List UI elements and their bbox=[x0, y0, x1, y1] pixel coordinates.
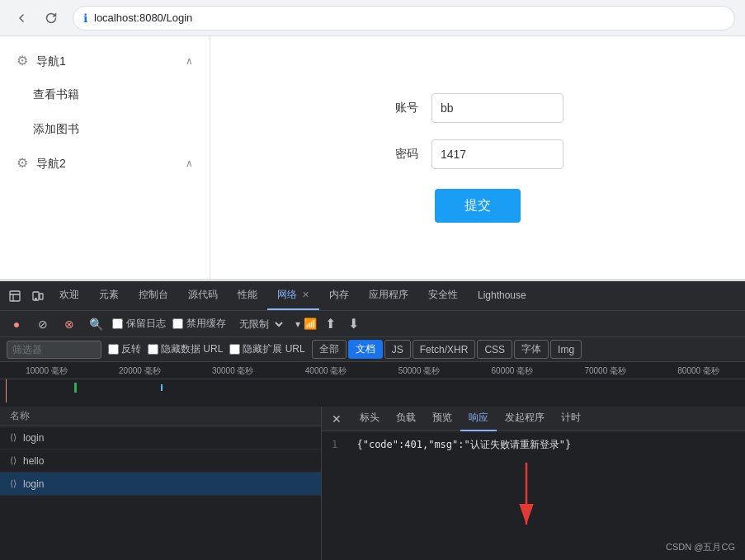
disable-cache-checkbox[interactable]: 禁用缓存 bbox=[172, 317, 226, 331]
timeline-label-3: 30000 毫秒 bbox=[186, 365, 280, 377]
tab-sources[interactable]: 源代码 bbox=[178, 281, 228, 310]
tab-elements[interactable]: 元素 bbox=[89, 281, 129, 310]
timeline-labels: 10000 毫秒 20000 毫秒 30000 毫秒 40000 毫秒 5000… bbox=[0, 362, 745, 379]
record-icon[interactable]: ● bbox=[7, 314, 26, 334]
svg-rect-2 bbox=[10, 291, 20, 301]
address-text: localhost:8080/Login bbox=[94, 12, 192, 24]
main-content: ⚙ 导航1 ∧ 查看书籍 添加图书 ⚙ 导航2 ∧ 账号 密码 提交 bbox=[0, 36, 745, 280]
timeline-label-5: 50000 毫秒 bbox=[373, 365, 466, 377]
svg-point-5 bbox=[35, 298, 37, 299]
filter-doc-btn[interactable]: 文档 bbox=[348, 340, 383, 359]
request-tab-initiator[interactable]: 发起程序 bbox=[497, 407, 553, 431]
timeline-bars bbox=[0, 379, 745, 402]
clear-icon[interactable]: ⊘ bbox=[33, 314, 53, 334]
network-item-hello[interactable]: ⟨⟩ hello bbox=[0, 449, 321, 473]
hide-data-url-check[interactable] bbox=[148, 344, 158, 355]
sidebar-nav1-header[interactable]: ⚙ 导航1 ∧ bbox=[0, 45, 210, 78]
network-item-icon-3: ⟨⟩ bbox=[10, 478, 17, 489]
devtools-inspect-icon[interactable] bbox=[3, 285, 26, 308]
back-button[interactable] bbox=[10, 7, 33, 30]
devtools-device-icon[interactable] bbox=[26, 285, 50, 308]
hide-extension-url-check[interactable] bbox=[229, 344, 240, 355]
browser-chrome: ℹ localhost:8080/Login bbox=[0, 0, 745, 36]
nav-buttons bbox=[10, 7, 63, 30]
filter-input[interactable] bbox=[7, 341, 101, 359]
disable-cache-check[interactable] bbox=[172, 318, 183, 329]
line-number: 1 bbox=[332, 439, 337, 450]
devtools-body: 名称 ⟨⟩ login ⟨⟩ hello ⟨⟩ login ✕ 标头 bbox=[0, 407, 745, 560]
filter-type-group: 全部 文档 JS Fetch/XHR CSS 字体 Img bbox=[312, 340, 582, 359]
timeline-label-2: 20000 毫秒 bbox=[93, 365, 186, 377]
sidebar-item-add-book[interactable]: 添加图书 bbox=[0, 112, 210, 147]
invert-checkbox[interactable]: 反转 bbox=[108, 342, 141, 356]
tab-memory[interactable]: 内存 bbox=[319, 281, 359, 310]
download-icon[interactable]: ⬇ bbox=[343, 314, 363, 334]
wifi-icon: 📶 bbox=[304, 318, 317, 330]
filter-js-btn[interactable]: JS bbox=[384, 340, 411, 359]
watermark: CSDN @五月CG bbox=[666, 541, 735, 553]
request-tab-preview[interactable]: 预览 bbox=[424, 407, 460, 431]
network-item-name-3: login bbox=[23, 478, 44, 490]
network-item-name-2: hello bbox=[23, 455, 44, 467]
filter-all-btn[interactable]: 全部 bbox=[312, 340, 347, 359]
network-item-login2[interactable]: ⟨⟩ login bbox=[0, 473, 321, 496]
timeline-label-6: 60000 毫秒 bbox=[465, 365, 559, 377]
hide-extension-url-checkbox[interactable]: 隐藏扩展 URL bbox=[229, 342, 304, 356]
sidebar-item-books[interactable]: 查看书籍 bbox=[0, 78, 210, 112]
sidebar-nav2-label: 导航2 bbox=[36, 157, 66, 170]
password-row: 密码 bbox=[392, 139, 563, 169]
submit-button[interactable]: 提交 bbox=[435, 189, 521, 223]
account-input[interactable] bbox=[431, 93, 563, 123]
timeline-bar-blue bbox=[161, 384, 163, 391]
network-item-icon-1: ⟨⟩ bbox=[10, 432, 17, 443]
tab-console[interactable]: 控制台 bbox=[129, 281, 178, 310]
network-item-login1[interactable]: ⟨⟩ login bbox=[0, 426, 321, 449]
request-tab-payload[interactable]: 负载 bbox=[388, 407, 424, 431]
preserve-log-check[interactable] bbox=[112, 318, 123, 329]
tab-welcome[interactable]: 欢迎 bbox=[50, 281, 89, 310]
close-network-tab-icon[interactable]: ✕ bbox=[302, 289, 309, 300]
request-tab-timing[interactable]: 计时 bbox=[553, 407, 589, 431]
gear-icon-nav2: ⚙ bbox=[17, 156, 28, 170]
timeline-label-8: 80000 毫秒 bbox=[652, 365, 745, 377]
tab-performance[interactable]: 性能 bbox=[228, 281, 267, 310]
upload-icon[interactable]: ⬆ bbox=[320, 314, 340, 334]
network-list-header: 名称 bbox=[0, 407, 321, 426]
hide-data-url-checkbox[interactable]: 隐藏数据 URL bbox=[148, 342, 223, 356]
filter-css-btn[interactable]: CSS bbox=[477, 340, 512, 359]
request-tab-response[interactable]: 响应 bbox=[460, 407, 497, 431]
request-tab-headers[interactable]: 标头 bbox=[351, 407, 388, 431]
timeline-label-4: 40000 毫秒 bbox=[280, 365, 373, 377]
throttle-select[interactable]: 无限制 bbox=[233, 316, 285, 332]
tab-network[interactable]: 网络 ✕ bbox=[267, 281, 319, 310]
timeline-bar-green bbox=[74, 383, 77, 393]
filter-font-btn[interactable]: 字体 bbox=[514, 340, 549, 359]
address-bar[interactable]: ℹ localhost:8080/Login bbox=[73, 6, 735, 31]
password-input[interactable] bbox=[431, 139, 563, 169]
search-icon[interactable]: 🔍 bbox=[86, 314, 106, 334]
tab-lighthouse[interactable]: Lighthouse bbox=[468, 281, 536, 310]
info-icon: ℹ bbox=[83, 12, 87, 25]
devtools-panel: 欢迎 元素 控制台 源代码 性能 网络 ✕ 内存 应用程序 安全性 Lighth… bbox=[0, 280, 745, 560]
tab-application[interactable]: 应用程序 bbox=[359, 281, 418, 310]
error-icon[interactable]: ⊗ bbox=[59, 314, 79, 334]
filter-fetch-xhr-btn[interactable]: Fetch/XHR bbox=[413, 340, 476, 359]
response-json: {"code":401,"msg":"认证失败请重新登录"} bbox=[356, 439, 571, 450]
reload-button[interactable] bbox=[40, 7, 63, 30]
tab-security[interactable]: 安全性 bbox=[418, 281, 468, 310]
request-detail-tabs: ✕ 标头 负载 预览 响应 发起程序 计时 bbox=[322, 407, 745, 431]
close-detail-icon[interactable]: ✕ bbox=[328, 411, 345, 427]
sidebar: ⚙ 导航1 ∧ 查看书籍 添加图书 ⚙ 导航2 ∧ bbox=[0, 36, 210, 279]
devtools-tabs: 欢迎 元素 控制台 源代码 性能 网络 ✕ 内存 应用程序 安全性 Lighth… bbox=[0, 281, 745, 310]
devtools-filter-bar: 反转 隐藏数据 URL 隐藏扩展 URL 全部 文档 JS Fetch/XHR … bbox=[0, 336, 745, 361]
devtools-timeline: 10000 毫秒 20000 毫秒 30000 毫秒 40000 毫秒 5000… bbox=[0, 361, 745, 407]
preserve-log-checkbox[interactable]: 保留日志 bbox=[112, 317, 166, 331]
timeline-label-1: 10000 毫秒 bbox=[0, 365, 93, 377]
dropdown-arrow-icon: ▾ bbox=[295, 318, 300, 330]
account-row: 账号 bbox=[392, 93, 563, 123]
network-item-icon-2: ⟨⟩ bbox=[10, 455, 17, 466]
sidebar-nav2-header[interactable]: ⚙ 导航2 ∧ bbox=[0, 147, 210, 180]
filter-img-btn[interactable]: Img bbox=[550, 340, 582, 359]
invert-check[interactable] bbox=[108, 344, 119, 355]
account-label: 账号 bbox=[392, 101, 418, 115]
